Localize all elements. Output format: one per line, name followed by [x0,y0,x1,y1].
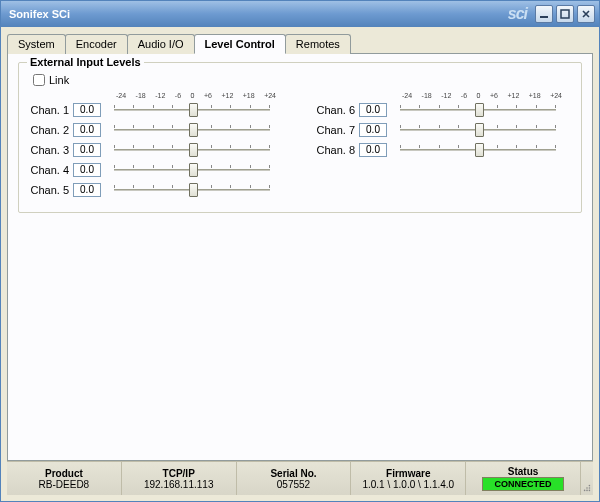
channel-row: Chan. 40.0 [27,160,277,180]
window-title: Sonifex SCi [9,8,508,20]
channel-label: Chan. 2 [27,124,73,136]
minimize-button[interactable] [535,5,553,23]
channel-label: Chan. 7 [313,124,359,136]
channel-row: Chan. 60.0 [313,100,563,120]
status-bar: Product RB-DEED8 TCP/IP 192.168.11.113 S… [7,461,593,495]
svg-point-6 [586,490,588,492]
channel-value[interactable]: 0.0 [73,183,101,197]
channel-label: Chan. 8 [313,144,359,156]
external-input-levels-group: External Input Levels Link -24 -18 [18,62,582,213]
channel-value[interactable]: 0.0 [73,103,101,117]
titlebar: Sonifex SCi sci [1,1,599,27]
channel-slider[interactable] [397,101,559,119]
scale-labels-right: -24 -18 -12 -6 0 +6 +12 +18 +24 [401,92,563,99]
svg-point-5 [586,487,588,489]
channel-label: Chan. 3 [27,144,73,156]
status-connection: Status CONNECTED [466,462,581,495]
maximize-button[interactable] [556,5,574,23]
slider-thumb[interactable] [189,123,198,137]
svg-point-4 [589,490,591,492]
slider-thumb[interactable] [189,183,198,197]
client-area: System Encoder Audio I/O Level Control R… [1,27,599,501]
channel-row: Chan. 80.0 [313,140,563,160]
svg-point-3 [589,487,591,489]
tab-system[interactable]: System [7,34,66,54]
brand-logo: sci [508,5,527,23]
channel-row: Chan. 30.0 [27,140,277,160]
slider-thumb[interactable] [475,123,484,137]
maximize-icon [560,9,570,19]
channels-left-col: Link -24 -18 -12 -6 0 +6 +12 [27,73,277,200]
app-window: Sonifex SCi sci System Encoder Audio I/O… [0,0,600,502]
channel-label: Chan. 6 [313,104,359,116]
connection-badge: CONNECTED [482,477,564,491]
status-serial: Serial No. 057552 [237,462,352,495]
channel-value[interactable]: 0.0 [359,123,387,137]
slider-thumb[interactable] [475,103,484,117]
resize-grip[interactable] [581,462,593,495]
channel-slider[interactable] [111,121,273,139]
tab-header: System Encoder Audio I/O Level Control R… [7,33,593,53]
channel-slider[interactable] [111,161,273,179]
close-button[interactable] [577,5,595,23]
slider-thumb[interactable] [189,163,198,177]
close-icon [581,9,591,19]
tab-pane: External Input Levels Link -24 -18 [7,53,593,461]
channel-value[interactable]: 0.0 [359,103,387,117]
channel-row: Chan. 50.0 [27,180,277,200]
tab-level-control[interactable]: Level Control [194,34,286,54]
slider-thumb[interactable] [475,143,484,157]
channel-slider[interactable] [111,141,273,159]
slider-thumb[interactable] [189,103,198,117]
channel-slider[interactable] [397,121,559,139]
grip-icon [583,483,591,493]
channel-label: Chan. 1 [27,104,73,116]
tab-encoder[interactable]: Encoder [65,34,128,54]
channels-right-col: x -24 -18 -12 -6 0 +6 +12 +18 [313,73,563,200]
svg-rect-0 [540,16,548,18]
group-title: External Input Levels [27,56,144,68]
svg-point-7 [584,490,586,492]
channel-row: Chan. 20.0 [27,120,277,140]
channel-label: Chan. 4 [27,164,73,176]
channel-value[interactable]: 0.0 [73,143,101,157]
status-ip: TCP/IP 192.168.11.113 [122,462,237,495]
channel-slider[interactable] [111,101,273,119]
channel-slider[interactable] [397,141,559,159]
channel-value[interactable]: 0.0 [73,123,101,137]
slider-thumb[interactable] [189,143,198,157]
svg-rect-1 [561,10,569,18]
tab-audio-io[interactable]: Audio I/O [127,34,195,54]
link-checkbox[interactable] [33,74,45,86]
status-product: Product RB-DEED8 [7,462,122,495]
channel-value[interactable]: 0.0 [73,163,101,177]
channel-row: Chan. 70.0 [313,120,563,140]
status-firmware: Firmware 1.0.1 \ 1.0.0 \ 1.1.4.0 [351,462,466,495]
scale-labels-left: -24 -18 -12 -6 0 +6 +12 +18 +24 [115,92,277,99]
window-controls [535,5,595,23]
channel-row: Chan. 10.0 [27,100,277,120]
channel-slider[interactable] [111,181,273,199]
tab-remotes[interactable]: Remotes [285,34,351,54]
link-label: Link [49,74,69,86]
minimize-icon [539,9,549,19]
channel-label: Chan. 5 [27,184,73,196]
channel-value[interactable]: 0.0 [359,143,387,157]
svg-point-2 [589,485,591,487]
